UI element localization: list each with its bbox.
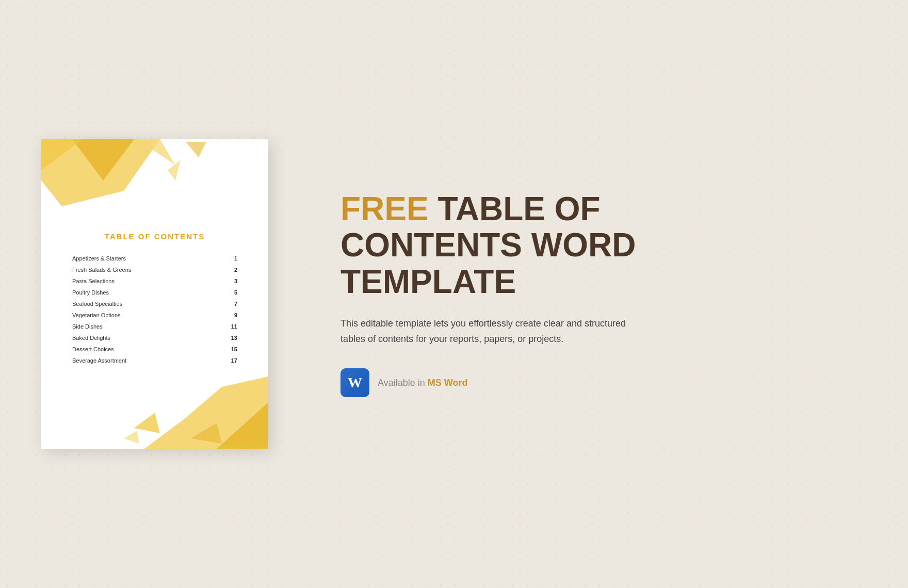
doc-content: TABLE OF CONTENTS Appetizers & Starters1… <box>41 139 268 389</box>
toc-entry-label: Baked Delights <box>72 335 110 341</box>
toc-entry: Appetizers & Starters1 <box>72 255 237 262</box>
ms-word-letter: W <box>348 374 362 391</box>
svg-marker-9 <box>191 423 222 444</box>
ms-word-icon: W <box>340 368 369 397</box>
toc-entry: Vegetarian Options9 <box>72 312 237 318</box>
content-wrapper: TABLE OF CONTENTS Appetizers & Starters1… <box>0 0 908 588</box>
toc-entry: Baked Delights13 <box>72 335 237 341</box>
right-panel: FREE TABLE OFCONTENTS WORDTEMPLATE This … <box>310 0 908 588</box>
heading-free-word: FREE <box>340 190 429 227</box>
available-prefix: Available in <box>378 378 428 388</box>
toc-entry-page: 9 <box>227 312 237 318</box>
toc-entry-page: 11 <box>227 323 237 330</box>
toc-entry: Poultry Dishes5 <box>72 289 237 296</box>
toc-entry-page: 17 <box>227 357 237 364</box>
toc-heading: TABLE OF CONTENTS <box>72 232 237 241</box>
toc-entry-label: Vegetarian Options <box>72 312 121 318</box>
toc-entries-list: Appetizers & Starters1Fresh Salads & Gre… <box>72 255 237 364</box>
toc-entry-label: Seafood Specialties <box>72 301 122 307</box>
available-text: Available in MS Word <box>378 378 467 388</box>
ms-word-badge: W Available in MS Word <box>340 368 867 397</box>
toc-entry-label: Poultry Dishes <box>72 289 109 296</box>
left-panel: TABLE OF CONTENTS Appetizers & Starters1… <box>0 0 310 588</box>
toc-entry: Side Dishes11 <box>72 323 237 330</box>
toc-entry-page: 5 <box>227 289 237 296</box>
toc-entry-page: 2 <box>227 267 237 273</box>
toc-entry-label: Side Dishes <box>72 323 103 330</box>
svg-marker-7 <box>217 402 268 449</box>
toc-entry-page: 1 <box>227 255 237 262</box>
toc-entry-label: Beverage Assortment <box>72 357 126 364</box>
toc-entry: Beverage Assortment17 <box>72 357 237 364</box>
toc-entry-label: Appetizers & Starters <box>72 255 126 262</box>
toc-entry: Fresh Salads & Greens2 <box>72 267 237 273</box>
toc-entry-page: 7 <box>227 301 237 307</box>
toc-entry-page: 3 <box>227 278 237 284</box>
main-heading: FREE TABLE OFCONTENTS WORDTEMPLATE <box>340 191 867 300</box>
toc-entry: Pasta Selections3 <box>72 278 237 284</box>
svg-marker-10 <box>124 431 139 444</box>
toc-entry: Seafood Specialties7 <box>72 301 237 307</box>
toc-entry-label: Dessert Choices <box>72 346 114 352</box>
toc-entry-page: 13 <box>227 335 237 341</box>
toc-entry: Dessert Choices15 <box>72 346 237 352</box>
toc-entry-page: 15 <box>227 346 237 352</box>
description-text: This editable template lets you effortle… <box>340 316 629 347</box>
document-preview: TABLE OF CONTENTS Appetizers & Starters1… <box>41 139 268 449</box>
available-product: MS Word <box>428 378 468 388</box>
toc-entry-label: Fresh Salads & Greens <box>72 267 131 273</box>
svg-marker-8 <box>134 413 160 433</box>
toc-entry-label: Pasta Selections <box>72 278 115 284</box>
